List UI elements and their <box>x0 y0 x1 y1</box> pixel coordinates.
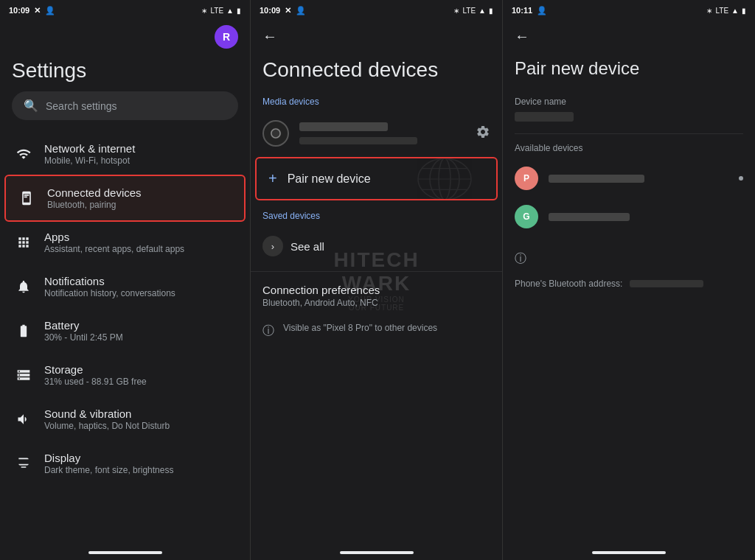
sidebar-item-connected[interactable]: Connected devices Bluetooth, pairing <box>6 176 244 220</box>
connected-devices-panel: 10:09 ✕ 👤 ∗ LTE ▲ ▮ ← Connected devices … <box>251 0 503 560</box>
bt-address-value <box>630 280 703 287</box>
bottom-nav-bar-right <box>592 551 666 554</box>
sidebar-item-apps[interactable]: Apps Assistant, recent apps, default app… <box>3 220 247 265</box>
storage-subtitle: 31% used - 88.91 GB free <box>44 377 147 387</box>
wifi-icon <box>15 145 32 163</box>
connected-subtitle: Bluetooth, pairing <box>47 200 142 210</box>
battery-subtitle: 30% - Until 2:45 PM <box>44 332 123 343</box>
pair-label: Pair new device <box>288 172 371 186</box>
sidebar-item-battery[interactable]: Battery 30% - Until 2:45 PM <box>3 309 247 353</box>
person-icon: 👤 <box>45 6 55 15</box>
sidebar-item-notifications[interactable]: Notifications Notification history, conv… <box>3 265 247 309</box>
lte-indicator-right: LTE <box>715 7 728 15</box>
media-device-item[interactable] <box>251 111 502 155</box>
device-settings-icon[interactable] <box>476 125 490 143</box>
page-title-settings: Settings <box>0 53 250 91</box>
apps-item-text: Apps Assistant, recent apps, default app… <box>44 231 184 254</box>
connected-title: Connected devices <box>47 186 142 199</box>
connection-preferences-section[interactable]: Connection preferences Bluetooth, Androi… <box>251 271 502 311</box>
device-name-label: Device name <box>515 97 743 107</box>
display-title: Display <box>44 452 173 464</box>
status-bar-left: 10:09 ✕ 👤 ∗ LTE ▲ ▮ <box>0 0 250 21</box>
back-button-mid[interactable]: ← <box>251 21 502 52</box>
display-item-text: Display Dark theme, font size, brightnes… <box>44 452 173 475</box>
settings-list: Network & internet Mobile, Wi-Fi, hotspo… <box>0 132 250 545</box>
connected-item-text: Connected devices Bluetooth, pairing <box>47 186 142 210</box>
sidebar-item-display[interactable]: Display Dark theme, font size, brightnes… <box>3 441 247 486</box>
globe-watermark <box>415 158 474 199</box>
visible-as-section: ⓘ Visible as "Pixel 8 Pro" to other devi… <box>251 311 502 345</box>
signal-icon: ▲ <box>226 7 234 15</box>
available-device-1[interactable]: P <box>503 159 755 197</box>
sound-subtitle: Volume, haptics, Do Not Disturb <box>44 421 170 431</box>
x-icon-mid: ✕ <box>285 6 291 15</box>
see-all-arrow-icon: › <box>262 236 283 256</box>
time-mid: 10:09 <box>260 6 280 15</box>
apps-subtitle: Assistant, recent apps, default apps <box>44 244 184 254</box>
media-devices-label: Media devices <box>251 91 502 111</box>
status-time-right: 10:11 👤 <box>512 6 547 15</box>
battery-icon-right: ▮ <box>742 7 746 15</box>
device-indicator-1 <box>739 176 743 181</box>
status-bar-mid: 10:09 ✕ 👤 ∗ LTE ▲ ▮ <box>251 0 502 21</box>
lte-indicator-mid: LTE <box>462 7 476 15</box>
visible-text: Visible as "Pixel 8 Pro" to other device… <box>283 323 437 333</box>
battery-icon <box>15 322 32 340</box>
svg-point-2 <box>430 158 459 199</box>
sound-item-text: Sound & vibration Volume, haptics, Do No… <box>44 407 170 431</box>
device-name-value <box>515 110 743 122</box>
display-subtitle: Dark theme, font size, brightness <box>44 465 173 475</box>
see-all-button[interactable]: › See all <box>251 227 502 265</box>
battery-item-text: Battery 30% - Until 2:45 PM <box>44 319 123 343</box>
sound-title: Sound & vibration <box>44 407 170 420</box>
conn-pref-subtitle: Bluetooth, Android Auto, NFC <box>262 298 490 308</box>
avatar[interactable]: R <box>215 25 238 49</box>
network-subtitle: Mobile, Wi-Fi, hotspot <box>44 155 135 166</box>
device-name-field: Device name <box>503 91 755 133</box>
notifications-subtitle: Notification history, conversations <box>44 288 175 298</box>
display-icon <box>15 455 32 472</box>
sidebar-item-network[interactable]: Network & internet Mobile, Wi-Fi, hotspo… <box>3 132 247 176</box>
bluetooth-icon-right: ∗ <box>706 7 712 15</box>
pair-new-device-button[interactable]: + Pair new device <box>257 158 496 199</box>
available-device-2[interactable]: G <box>503 197 755 236</box>
notifications-item-text: Notifications Notification history, conv… <box>44 275 175 298</box>
back-button-right[interactable]: ← <box>503 21 755 52</box>
info-section: ⓘ <box>503 248 755 270</box>
apps-icon <box>15 234 32 251</box>
status-bar-right: 10:11 👤 ∗ LTE ▲ ▮ <box>503 0 755 21</box>
avail-device-avatar-2: G <box>515 205 538 228</box>
signal-icon-right: ▲ <box>731 7 739 15</box>
svg-point-3 <box>439 158 450 199</box>
status-right-left: ∗ LTE ▲ ▮ <box>201 7 241 15</box>
bottom-nav-bar-mid <box>340 551 414 554</box>
info-icon: ⓘ <box>262 323 274 339</box>
sidebar-item-storage[interactable]: Storage 31% used - 88.91 GB free <box>3 353 247 397</box>
bell-icon <box>15 278 32 295</box>
person-icon-mid: 👤 <box>296 6 306 15</box>
person-icon-right: 👤 <box>537 6 547 15</box>
bottom-nav-bar <box>88 551 162 554</box>
sidebar-item-sound[interactable]: Sound & vibration Volume, haptics, Do No… <box>3 397 247 441</box>
sound-icon <box>15 410 32 428</box>
avail-device-avatar-1: P <box>515 167 538 190</box>
bt-address-label: Phone's Bluetooth address: <box>515 279 622 289</box>
settings-panel: 10:09 ✕ 👤 ∗ LTE ▲ ▮ R Settings 🔍 Search … <box>0 0 251 560</box>
status-time-mid: 10:09 ✕ 👤 <box>260 6 306 15</box>
battery-title: Battery <box>44 319 123 332</box>
back-arrow-right: ← <box>515 28 529 45</box>
available-devices-label: Available devices <box>503 134 755 159</box>
avatar-bar: R <box>0 21 250 53</box>
status-right-mid: ∗ LTE ▲ ▮ <box>453 7 493 15</box>
storage-item-text: Storage 31% used - 88.91 GB free <box>44 363 147 387</box>
bt-address-section: Phone's Bluetooth address: <box>503 270 755 298</box>
see-all-text: See all <box>290 240 324 253</box>
status-time-left: 10:09 ✕ 👤 <box>9 6 55 15</box>
device-name <box>299 122 388 131</box>
signal-icon-mid: ▲ <box>479 7 486 15</box>
bluetooth-icon: ∗ <box>201 7 207 15</box>
info-icon-right: ⓘ <box>515 251 526 267</box>
pair-new-device-title: Pair new device <box>503 52 755 91</box>
search-bar[interactable]: 🔍 Search settings <box>12 91 238 120</box>
x-icon: ✕ <box>34 6 41 15</box>
